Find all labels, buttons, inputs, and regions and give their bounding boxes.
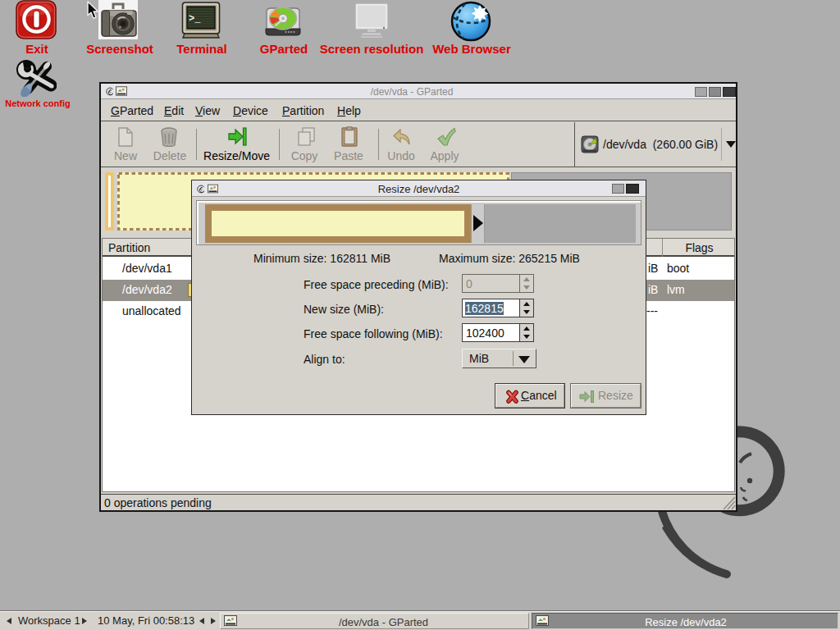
svg-text:>_: >_ bbox=[189, 13, 201, 25]
